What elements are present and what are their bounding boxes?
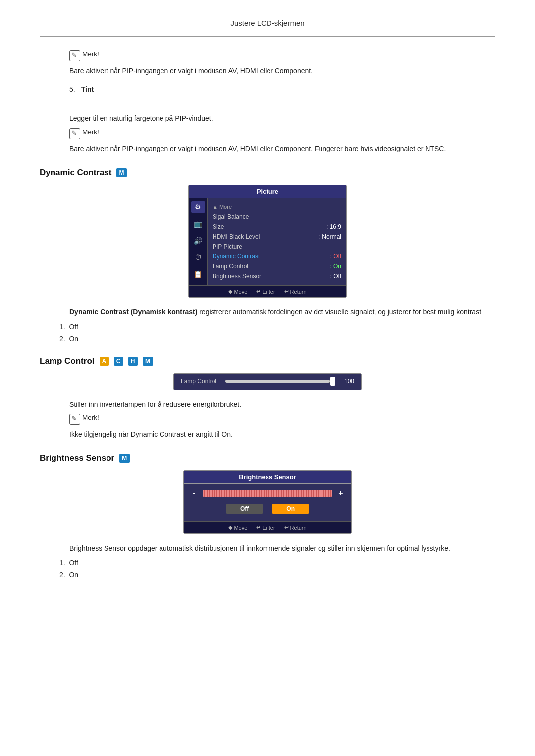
- osd-label-dynamic-contrast: Dynamic Contrast: [213, 253, 260, 260]
- page-container: Justere LCD-skjermen Merk! Bare aktivert…: [0, 0, 535, 614]
- osd-footer-return: ↩ Return: [284, 288, 307, 295]
- lamp-control-heading: Lamp Control A C H M: [40, 356, 495, 366]
- lamp-badge-c: C: [114, 357, 123, 366]
- osd-box: Picture ⚙ 📺 🔊 ⏱ 📋 ▲ More Sigal Balance: [188, 185, 347, 298]
- osd-row-lamp-control: Lamp Control : On: [213, 261, 341, 271]
- osd-value-size: : 16:9: [326, 223, 341, 230]
- osd-icon-2[interactable]: 🔊: [191, 235, 205, 247]
- dynamic-contrast-description: Dynamic Contrast (Dynamisk kontrast) reg…: [69, 306, 495, 317]
- lamp-badge-a: A: [100, 357, 109, 366]
- brightness-osd-title: Brightness Sensor: [184, 471, 351, 484]
- bottom-divider: [40, 594, 495, 594]
- merk-label-2: Merk!: [82, 128, 99, 136]
- tint-section: 5. Tint Legger til en naturlig fargetone…: [40, 85, 495, 154]
- brightness-return-icon: ↩: [284, 524, 289, 531]
- osd-value-dynamic-contrast: : Off: [330, 253, 341, 260]
- lamp-badge-h: H: [128, 357, 138, 366]
- osd-icon-list: ⚙ 📺 🔊 ⏱ 📋: [189, 198, 208, 285]
- osd-value-hdmi-black: : Normal: [319, 233, 341, 240]
- brightness-sensor-section: Brightness Sensor M Brightness Sensor - …: [40, 454, 495, 578]
- brightness-sensor-heading: Brightness Sensor M: [40, 454, 495, 463]
- merk-label-1: Merk!: [82, 50, 99, 58]
- bs-item-2-number: 2.: [59, 571, 69, 579]
- lamp-slider-label: Lamp Control: [181, 378, 220, 385]
- lamp-description: Stiller inn inverterlampen for å reduser…: [69, 399, 495, 410]
- note-merk-line-1: Merk!: [69, 50, 495, 61]
- enter-label: Enter: [262, 289, 275, 295]
- lamp-merk-text: Ikke tilgjengelig når Dynamic Contrast e…: [69, 429, 495, 440]
- lamp-badge-m: M: [143, 357, 153, 366]
- bs-item-1-number: 1.: [59, 559, 69, 567]
- note-icon-2: [69, 128, 80, 139]
- osd-footer: ◆ Move ↵ Enter ↩ Return: [189, 285, 346, 297]
- osd-icon-1[interactable]: 📺: [191, 218, 205, 230]
- tint-title: Tint: [81, 85, 94, 93]
- dynamic-contrast-rest: registrerer automatisk fordelingen av de…: [197, 308, 483, 316]
- osd-title: Picture: [189, 185, 346, 198]
- lamp-slider-box: Lamp Control 100: [173, 373, 362, 390]
- osd-value-brightness-sensor: : Off: [330, 273, 341, 280]
- lamp-control-title: Lamp Control: [40, 356, 95, 366]
- osd-row-sigal-balance: Sigal Balance: [213, 212, 341, 222]
- tint-number: 5.: [69, 85, 75, 93]
- brightness-enter-icon: ↵: [256, 524, 261, 531]
- bs-item-1-label: Off: [69, 559, 78, 567]
- move-icon: ◆: [228, 288, 232, 295]
- brightness-sensor-title: Brightness Sensor: [40, 454, 114, 463]
- osd-footer-enter: ↵ Enter: [256, 288, 275, 295]
- dc-item-2-label: On: [69, 335, 78, 343]
- dc-item-2-number: 2.: [59, 335, 69, 343]
- lamp-control-content: Stiller inn inverterlampen for å reduser…: [69, 399, 495, 440]
- osd-label-pip-picture: PIP Picture: [213, 243, 242, 250]
- bs-item-2-label: On: [69, 571, 78, 579]
- tint-note-block: Legger til en naturlig fargetone på PIP-…: [69, 113, 495, 154]
- osd-label-sigal-balance: Sigal Balance: [213, 213, 249, 220]
- brightness-on-btn[interactable]: On: [272, 504, 309, 514]
- dynamic-contrast-body-text: Dynamic Contrast (Dynamisk kontrast) reg…: [69, 306, 495, 317]
- brightness-footer-move: ◆ Move: [228, 524, 247, 531]
- lamp-slider-container: Lamp Control 100: [40, 373, 495, 390]
- tint-note-text2: Bare aktivert når PIP-inngangen er valgt…: [69, 143, 495, 154]
- brightness-plus-btn[interactable]: +: [337, 489, 344, 498]
- brightness-return-label: Return: [290, 525, 307, 531]
- osd-icon-0[interactable]: ⚙: [191, 201, 205, 213]
- dynamic-contrast-heading: Dynamic Contrast M: [40, 168, 495, 178]
- brightness-osd-body: - + Off On: [184, 484, 351, 521]
- brightness-footer-enter: ↵ Enter: [256, 524, 275, 531]
- dynamic-contrast-title: Dynamic Contrast: [40, 168, 111, 178]
- lamp-slider-track[interactable]: [225, 380, 335, 383]
- brightness-osd-footer: ◆ Move ↵ Enter ↩ Return: [184, 521, 351, 533]
- osd-menu: ▲ More Sigal Balance Size : 16:9 HDMI Bl…: [208, 198, 346, 285]
- brightness-move-label: Move: [234, 525, 247, 531]
- page-title: Justere LCD-skjermen: [40, 10, 495, 37]
- brightness-sensor-content: Brightness Sensor oppdager automatisk di…: [69, 543, 495, 554]
- brightness-bar-track: [203, 490, 332, 497]
- brightness-buttons-row: Off On: [191, 504, 344, 514]
- osd-more: ▲ More: [213, 202, 341, 212]
- brightness-osd-box: Brightness Sensor - + Off On ◆ Mo: [183, 470, 352, 534]
- bs-item-1: 1. Off: [59, 559, 495, 567]
- note-text-1: Bare aktivert når PIP-inngangen er valgt…: [69, 65, 495, 76]
- osd-row-pip-picture: PIP Picture: [213, 242, 341, 252]
- osd-icon-3[interactable]: ⏱: [191, 252, 205, 263]
- note-icon-3: [69, 414, 80, 425]
- dynamic-contrast-bold: Dynamic Contrast (Dynamisk kontrast): [69, 308, 197, 316]
- dc-item-1-number: 1.: [59, 323, 69, 331]
- osd-row-size: Size : 16:9: [213, 222, 341, 232]
- brightness-bar-row: - +: [191, 489, 344, 498]
- osd-label-brightness-sensor: Brightness Sensor: [213, 273, 261, 280]
- dynamic-contrast-badge: M: [116, 168, 127, 177]
- osd-label-hdmi-black: HDMI Black Level: [213, 233, 260, 240]
- note-icon-1: [69, 50, 80, 61]
- tint-merk-line: Merk!: [69, 128, 495, 139]
- osd-label-lamp-control: Lamp Control: [213, 263, 248, 270]
- brightness-off-btn[interactable]: Off: [226, 504, 263, 514]
- lamp-slider-thumb[interactable]: [330, 377, 335, 386]
- dynamic-contrast-section: Dynamic Contrast M Picture ⚙ 📺 🔊 ⏱ 📋 ▲ M…: [40, 168, 495, 342]
- dc-item-2: 2. On: [59, 335, 495, 343]
- lamp-merk-line: Merk!: [69, 414, 495, 425]
- brightness-minus-btn[interactable]: -: [191, 489, 198, 498]
- osd-row-dynamic-contrast: Dynamic Contrast : Off: [213, 252, 341, 261]
- osd-icon-4[interactable]: 📋: [191, 268, 205, 280]
- brightness-move-icon: ◆: [228, 524, 232, 531]
